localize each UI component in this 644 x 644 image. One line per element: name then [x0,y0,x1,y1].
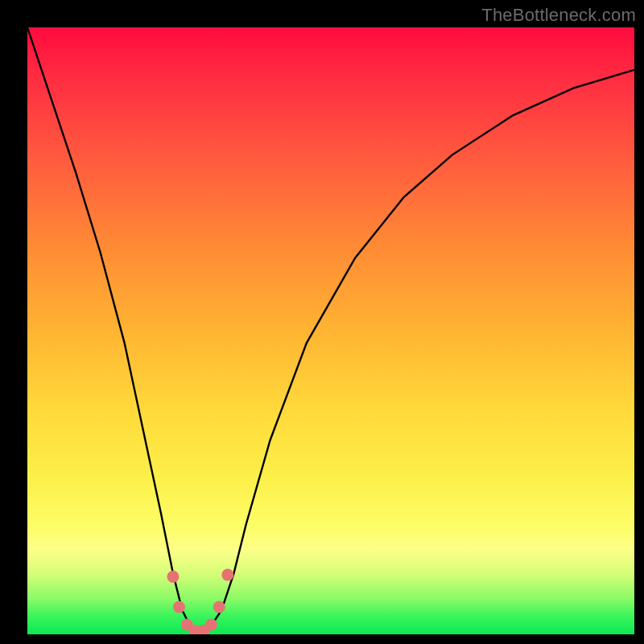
curve-marker-dot [213,601,225,613]
curve-svg [27,27,634,634]
bottleneck-curve [27,27,634,631]
curve-marker-dot [205,618,217,630]
plot-area [27,27,634,634]
curve-marker-dot [189,625,201,634]
curve-marker-dot [221,569,233,581]
watermark-text: TheBottleneck.com [481,5,636,26]
curve-marker-dot [197,625,209,634]
curve-marker-dot [167,571,179,583]
curve-marker-dot [181,618,193,630]
outer-frame: TheBottleneck.com [0,0,644,644]
curve-marker-dot [173,601,185,613]
curve-markers [167,569,233,634]
